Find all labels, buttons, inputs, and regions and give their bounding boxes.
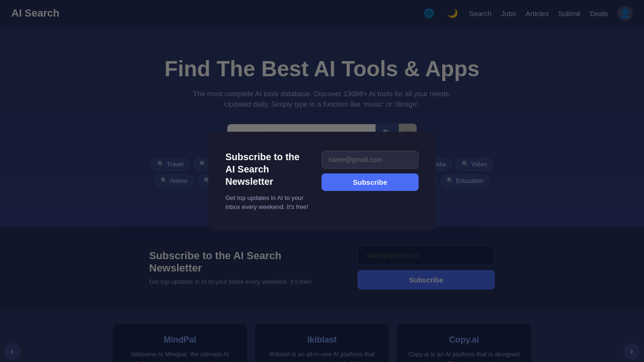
modal-title: Subscribe to the AI Search Newsletter (225, 151, 310, 188)
subscribe-modal: Subscribe to the AI Search Newsletter Ge… (208, 132, 436, 231)
modal-content-left: Subscribe to the AI Search Newsletter Ge… (225, 151, 310, 212)
modal-overlay[interactable]: Subscribe to the AI Search Newsletter Ge… (0, 0, 644, 362)
modal-description: Get top updates in AI to your inbox ever… (225, 193, 310, 212)
modal-content-right: Subscribe (322, 151, 419, 191)
modal-email-input[interactable] (322, 151, 419, 169)
modal-subscribe-button[interactable]: Subscribe (322, 173, 419, 191)
